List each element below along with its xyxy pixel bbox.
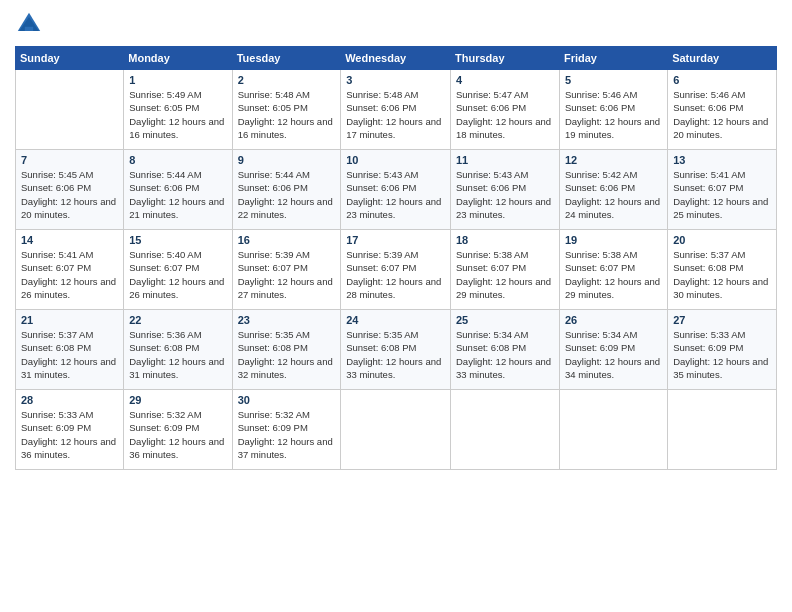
header-row: SundayMondayTuesdayWednesdayThursdayFrid…: [16, 47, 777, 70]
day-number: 12: [565, 154, 662, 166]
week-row-5: 28Sunrise: 5:33 AM Sunset: 6:09 PM Dayli…: [16, 390, 777, 470]
day-cell: 25Sunrise: 5:34 AM Sunset: 6:08 PM Dayli…: [451, 310, 560, 390]
day-info: Sunrise: 5:33 AM Sunset: 6:09 PM Dayligh…: [21, 408, 118, 461]
day-number: 28: [21, 394, 118, 406]
day-cell: 3Sunrise: 5:48 AM Sunset: 6:06 PM Daylig…: [341, 70, 451, 150]
day-cell: 11Sunrise: 5:43 AM Sunset: 6:06 PM Dayli…: [451, 150, 560, 230]
day-cell: 23Sunrise: 5:35 AM Sunset: 6:08 PM Dayli…: [232, 310, 341, 390]
day-number: 29: [129, 394, 226, 406]
day-cell: 21Sunrise: 5:37 AM Sunset: 6:08 PM Dayli…: [16, 310, 124, 390]
day-header-monday: Monday: [124, 47, 232, 70]
svg-rect-2: [25, 27, 33, 31]
day-number: 14: [21, 234, 118, 246]
day-cell: 10Sunrise: 5:43 AM Sunset: 6:06 PM Dayli…: [341, 150, 451, 230]
calendar-table: SundayMondayTuesdayWednesdayThursdayFrid…: [15, 46, 777, 470]
day-number: 9: [238, 154, 336, 166]
day-cell: 5Sunrise: 5:46 AM Sunset: 6:06 PM Daylig…: [559, 70, 667, 150]
day-cell: 20Sunrise: 5:37 AM Sunset: 6:08 PM Dayli…: [668, 230, 777, 310]
day-cell: 4Sunrise: 5:47 AM Sunset: 6:06 PM Daylig…: [451, 70, 560, 150]
day-info: Sunrise: 5:37 AM Sunset: 6:08 PM Dayligh…: [21, 328, 118, 381]
day-info: Sunrise: 5:39 AM Sunset: 6:07 PM Dayligh…: [238, 248, 336, 301]
day-number: 17: [346, 234, 445, 246]
day-number: 3: [346, 74, 445, 86]
day-header-tuesday: Tuesday: [232, 47, 341, 70]
day-info: Sunrise: 5:48 AM Sunset: 6:06 PM Dayligh…: [346, 88, 445, 141]
day-cell: 6Sunrise: 5:46 AM Sunset: 6:06 PM Daylig…: [668, 70, 777, 150]
day-info: Sunrise: 5:40 AM Sunset: 6:07 PM Dayligh…: [129, 248, 226, 301]
day-number: 6: [673, 74, 771, 86]
day-number: 4: [456, 74, 554, 86]
day-cell: 30Sunrise: 5:32 AM Sunset: 6:09 PM Dayli…: [232, 390, 341, 470]
day-cell: 12Sunrise: 5:42 AM Sunset: 6:06 PM Dayli…: [559, 150, 667, 230]
day-number: 20: [673, 234, 771, 246]
week-row-1: 1Sunrise: 5:49 AM Sunset: 6:05 PM Daylig…: [16, 70, 777, 150]
day-info: Sunrise: 5:43 AM Sunset: 6:06 PM Dayligh…: [346, 168, 445, 221]
day-info: Sunrise: 5:42 AM Sunset: 6:06 PM Dayligh…: [565, 168, 662, 221]
day-cell: 22Sunrise: 5:36 AM Sunset: 6:08 PM Dayli…: [124, 310, 232, 390]
day-info: Sunrise: 5:44 AM Sunset: 6:06 PM Dayligh…: [238, 168, 336, 221]
day-number: 24: [346, 314, 445, 326]
day-cell: 13Sunrise: 5:41 AM Sunset: 6:07 PM Dayli…: [668, 150, 777, 230]
day-info: Sunrise: 5:35 AM Sunset: 6:08 PM Dayligh…: [346, 328, 445, 381]
day-cell: 26Sunrise: 5:34 AM Sunset: 6:09 PM Dayli…: [559, 310, 667, 390]
day-number: 18: [456, 234, 554, 246]
header: [15, 10, 777, 38]
day-info: Sunrise: 5:38 AM Sunset: 6:07 PM Dayligh…: [456, 248, 554, 301]
day-number: 13: [673, 154, 771, 166]
day-cell: 29Sunrise: 5:32 AM Sunset: 6:09 PM Dayli…: [124, 390, 232, 470]
day-info: Sunrise: 5:41 AM Sunset: 6:07 PM Dayligh…: [673, 168, 771, 221]
day-info: Sunrise: 5:49 AM Sunset: 6:05 PM Dayligh…: [129, 88, 226, 141]
day-header-friday: Friday: [559, 47, 667, 70]
day-info: Sunrise: 5:33 AM Sunset: 6:09 PM Dayligh…: [673, 328, 771, 381]
day-cell: [341, 390, 451, 470]
day-number: 2: [238, 74, 336, 86]
day-number: 27: [673, 314, 771, 326]
logo: [15, 10, 47, 38]
day-header-sunday: Sunday: [16, 47, 124, 70]
day-info: Sunrise: 5:48 AM Sunset: 6:05 PM Dayligh…: [238, 88, 336, 141]
day-cell: 27Sunrise: 5:33 AM Sunset: 6:09 PM Dayli…: [668, 310, 777, 390]
week-row-2: 7Sunrise: 5:45 AM Sunset: 6:06 PM Daylig…: [16, 150, 777, 230]
day-cell: 17Sunrise: 5:39 AM Sunset: 6:07 PM Dayli…: [341, 230, 451, 310]
day-cell: 24Sunrise: 5:35 AM Sunset: 6:08 PM Dayli…: [341, 310, 451, 390]
day-info: Sunrise: 5:32 AM Sunset: 6:09 PM Dayligh…: [238, 408, 336, 461]
day-info: Sunrise: 5:47 AM Sunset: 6:06 PM Dayligh…: [456, 88, 554, 141]
day-info: Sunrise: 5:35 AM Sunset: 6:08 PM Dayligh…: [238, 328, 336, 381]
day-cell: 19Sunrise: 5:38 AM Sunset: 6:07 PM Dayli…: [559, 230, 667, 310]
day-cell: [16, 70, 124, 150]
day-number: 16: [238, 234, 336, 246]
page: SundayMondayTuesdayWednesdayThursdayFrid…: [0, 0, 792, 480]
day-number: 25: [456, 314, 554, 326]
day-info: Sunrise: 5:38 AM Sunset: 6:07 PM Dayligh…: [565, 248, 662, 301]
day-cell: 2Sunrise: 5:48 AM Sunset: 6:05 PM Daylig…: [232, 70, 341, 150]
day-header-wednesday: Wednesday: [341, 47, 451, 70]
day-number: 21: [21, 314, 118, 326]
day-number: 23: [238, 314, 336, 326]
day-cell: 18Sunrise: 5:38 AM Sunset: 6:07 PM Dayli…: [451, 230, 560, 310]
day-info: Sunrise: 5:45 AM Sunset: 6:06 PM Dayligh…: [21, 168, 118, 221]
day-cell: 28Sunrise: 5:33 AM Sunset: 6:09 PM Dayli…: [16, 390, 124, 470]
week-row-4: 21Sunrise: 5:37 AM Sunset: 6:08 PM Dayli…: [16, 310, 777, 390]
day-info: Sunrise: 5:46 AM Sunset: 6:06 PM Dayligh…: [565, 88, 662, 141]
day-info: Sunrise: 5:36 AM Sunset: 6:08 PM Dayligh…: [129, 328, 226, 381]
day-cell: [668, 390, 777, 470]
day-info: Sunrise: 5:34 AM Sunset: 6:08 PM Dayligh…: [456, 328, 554, 381]
logo-icon: [15, 10, 43, 38]
week-row-3: 14Sunrise: 5:41 AM Sunset: 6:07 PM Dayli…: [16, 230, 777, 310]
day-info: Sunrise: 5:32 AM Sunset: 6:09 PM Dayligh…: [129, 408, 226, 461]
day-cell: 14Sunrise: 5:41 AM Sunset: 6:07 PM Dayli…: [16, 230, 124, 310]
day-cell: [559, 390, 667, 470]
day-cell: 7Sunrise: 5:45 AM Sunset: 6:06 PM Daylig…: [16, 150, 124, 230]
day-number: 30: [238, 394, 336, 406]
day-header-saturday: Saturday: [668, 47, 777, 70]
day-cell: 9Sunrise: 5:44 AM Sunset: 6:06 PM Daylig…: [232, 150, 341, 230]
day-number: 26: [565, 314, 662, 326]
day-info: Sunrise: 5:39 AM Sunset: 6:07 PM Dayligh…: [346, 248, 445, 301]
day-info: Sunrise: 5:43 AM Sunset: 6:06 PM Dayligh…: [456, 168, 554, 221]
day-cell: 15Sunrise: 5:40 AM Sunset: 6:07 PM Dayli…: [124, 230, 232, 310]
day-number: 5: [565, 74, 662, 86]
day-info: Sunrise: 5:41 AM Sunset: 6:07 PM Dayligh…: [21, 248, 118, 301]
day-info: Sunrise: 5:46 AM Sunset: 6:06 PM Dayligh…: [673, 88, 771, 141]
day-info: Sunrise: 5:37 AM Sunset: 6:08 PM Dayligh…: [673, 248, 771, 301]
day-number: 7: [21, 154, 118, 166]
